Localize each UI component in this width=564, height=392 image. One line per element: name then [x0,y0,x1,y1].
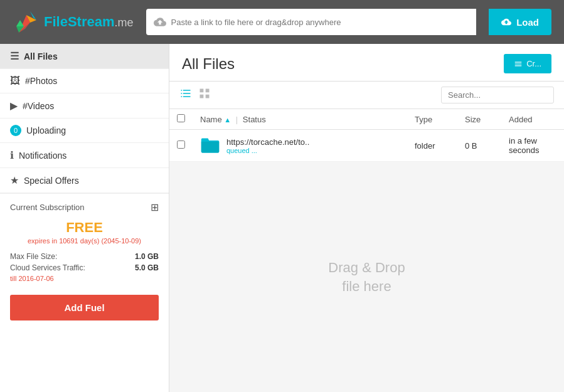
url-input[interactable] [171,18,469,27]
col-name-label: Name [200,115,222,124]
photos-icon: 🖼 [10,75,20,87]
file-status: queued ... [226,147,309,154]
max-file-size-value: 1.0 GB [135,252,159,261]
uploading-badge: 0 [10,125,21,136]
sidebar-item-special-offers[interactable]: ★ Special Offers [0,168,169,193]
logo-me: .me [115,16,134,29]
file-table: Name ▲ | Status Type Size Added [169,109,564,162]
logo-icon [13,9,39,35]
row-size: 0 B [457,130,501,162]
row-checkbox-cell [169,130,193,162]
max-file-size-row: Max File Size: 1.0 GB [10,252,159,261]
app-header: FileStream.me Load [0,0,564,44]
table-header: Name ▲ | Status Type Size Added [169,109,564,130]
photos-label: #Photos [25,76,57,86]
logo-text: FileStream.me [44,14,134,30]
sidebar-item-videos[interactable]: ▶ #Videos [0,93,169,119]
select-all-checkbox[interactable] [177,114,185,122]
plan-label: FREE [10,220,159,236]
create-label: Cr... [526,59,541,68]
toolbar-view-toggles [179,87,211,103]
app-layout: ☰ All Files 🖼 #Photos ▶ #Videos 0 Upload… [0,44,564,392]
file-name-text: https://torcache.net/to.. queued ... [226,137,309,154]
svg-marker-4 [16,20,24,26]
col-header-size: Size [457,109,501,130]
notifications-icon: ℹ [10,149,14,161]
logo: FileStream.me [13,9,134,35]
sidebar-item-uploading[interactable]: 0 Uploading [0,119,169,143]
main-content: All Files Cr... [169,44,564,392]
cloud-traffic-note: till 2016-07-06 [10,275,159,282]
uploading-label: Uploading [26,125,66,135]
row-name-cell: https://torcache.net/to.. queued ... [193,130,407,162]
col-header-added: Added [501,109,564,130]
notifications-label: Notifications [19,151,67,161]
cloud-traffic-value: 5.0 GB [135,263,159,272]
toolbar [169,82,564,109]
subscription-panel: Current Subscription ⊞ FREE expires in 1… [0,193,169,328]
header-checkbox-cell [169,109,193,130]
drag-drop-area[interactable]: Drag & Drop file here [169,162,564,392]
special-offers-icon: ★ [10,174,19,186]
load-label: Load [516,17,539,28]
logo-file: File [44,14,68,29]
drag-drop-line1: Drag & Drop [328,260,405,276]
subscription-title: Current Subscription [10,203,85,212]
sidebar-item-all-files[interactable]: ☰ All Files [0,44,169,69]
sidebar: ☰ All Files 🖼 #Photos ▶ #Videos 0 Upload… [0,44,169,392]
table-body: https://torcache.net/to.. queued ... fol… [169,130,564,162]
grid-icon [198,87,211,100]
sidebar-item-photos[interactable]: 🖼 #Photos [0,69,169,93]
file-name-cell: https://torcache.net/to.. queued ... [200,137,400,154]
all-files-icon: ☰ [10,50,19,62]
url-input-area [146,9,477,35]
list-view-button[interactable] [179,87,192,103]
drag-drop-line2: file here [342,278,391,295]
expires-label: expires in 10691 day(s) (2045-10-09) [10,237,159,245]
max-file-size-label: Max File Size: [10,252,57,261]
videos-label: #Videos [23,101,54,111]
sort-arrow: ▲ [224,116,231,124]
subscription-header: Current Subscription ⊞ [10,201,159,213]
subscription-expand-icon[interactable]: ⊞ [151,201,159,213]
load-icon [501,17,511,27]
col-header-type: Type [407,109,457,130]
load-button[interactable]: Load [489,9,551,35]
row-type: folder [407,130,457,162]
col-header-name[interactable]: Name ▲ | Status [193,109,407,130]
upload-cloud-icon [154,16,166,28]
file-table-wrap: Name ▲ | Status Type Size Added [169,109,564,162]
list-icon [179,87,192,100]
cloud-traffic-label: Cloud Services Traffic: [10,263,85,272]
pipe-separator: | [236,115,238,124]
page-title: All Files [182,55,235,73]
create-button[interactable]: Cr... [504,54,551,73]
folder-icon [200,137,220,154]
add-fuel-button[interactable]: Add Fuel [10,295,159,320]
col-status-label: Status [243,115,266,124]
logo-stream: Stream [68,14,115,29]
table-row: https://torcache.net/to.. queued ... fol… [169,130,564,162]
row-added: in a few seconds [501,130,564,162]
create-icon [514,60,523,68]
main-header: All Files Cr... [169,44,564,82]
row-checkbox[interactable] [177,140,185,149]
cloud-traffic-row: Cloud Services Traffic: 5.0 GB [10,263,159,272]
file-url: https://torcache.net/to.. [226,137,309,147]
all-files-label: All Files [24,51,58,61]
sidebar-item-notifications[interactable]: ℹ Notifications [0,143,169,168]
search-input[interactable] [441,87,554,103]
grid-view-button[interactable] [198,87,211,103]
videos-icon: ▶ [10,100,18,112]
special-offers-label: Special Offers [24,176,79,186]
